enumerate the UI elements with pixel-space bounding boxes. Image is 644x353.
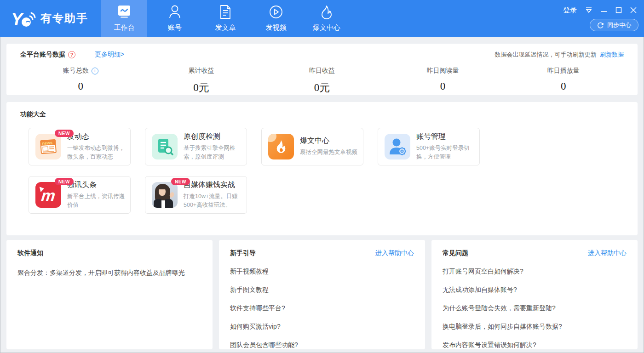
more-details-link[interactable]: 更多明细> — [95, 51, 124, 59]
beginner-guide-panel: 新手引导 进入帮助中心 新手视频教程 新手图文教程 软件支持哪些平台? 如何购买… — [219, 240, 425, 349]
feature-desc: 基于搜索引擎全网检索，原创度评测 — [184, 144, 242, 162]
faq-help-center-link[interactable]: 进入帮助中心 — [588, 249, 627, 257]
stat-yesterday-reads: 昨日阅读量 0 — [382, 66, 503, 95]
duxun-logo-icon: m — [35, 182, 61, 208]
feature-title: 发动态 — [67, 132, 126, 142]
tab-label: 发文章 — [215, 23, 236, 32]
refresh-note: 数据会出现延迟情况，可手动刷新更新 刷新数据 — [494, 51, 624, 59]
stat-value: 0 — [503, 80, 624, 92]
features-panel: 功能大全 NEW news 发动态 — [6, 102, 638, 235]
feature-desc: 一键发布动态到微博，微头条，百家动态 — [67, 144, 126, 162]
feature-desc: 裹括全网最热文章视频 — [300, 148, 357, 157]
document-search-icon — [152, 134, 178, 159]
feature-grid: NEW news 发动态 一键发布动态到微博，微头条，百家动态 — [29, 128, 624, 214]
stat-label: 昨日播放量 — [547, 67, 580, 75]
tab-label: 账号 — [168, 23, 182, 32]
dashboard-icon — [116, 5, 132, 19]
stats-panel: 全平台账号数据 ? 更多明细> 数据会出现延迟情况，可手动刷新更新 刷新数据 账… — [6, 44, 638, 95]
guide-help-center-link[interactable]: 进入帮助中心 — [375, 249, 414, 257]
tab-publish-article[interactable]: 发文章 — [202, 0, 248, 37]
notice-title: 软件通知 — [17, 249, 43, 257]
software-notice-panel: 软件通知 聚合分发：多渠道分发，开启即可获得内容收益及品牌曝光 — [6, 240, 213, 349]
guide-list: 新手视频教程 新手图文教程 软件支持哪些平台? 如何购买激活vip? 团队会员包… — [230, 268, 414, 349]
titlebar-controls: 登录 — [563, 0, 644, 17]
svg-text:news: news — [42, 140, 52, 146]
feature-tile-account-management[interactable]: 账号管理 500+账号实时登录切换，方便管理 — [378, 128, 480, 165]
tab-hot-content[interactable]: 爆文中心 — [304, 0, 350, 37]
feature-title: 原创度检测 — [184, 132, 242, 142]
stat-value: 0元 — [262, 80, 382, 95]
feature-tile-originality-check[interactable]: 原创度检测 基于搜索引擎全网检索，原创度评测 — [145, 128, 247, 165]
tab-label: 工作台 — [114, 23, 135, 32]
feature-tile-media-money-course[interactable]: NEW 自媒体赚钱实战 打造10w+流量。日赚500+高收益玩法。 — [145, 176, 247, 214]
tab-workbench[interactable]: 工作台 — [101, 0, 147, 37]
refresh-data-link[interactable]: 刷新数据 — [600, 51, 624, 58]
logo-yo-icon: Y — [11, 8, 36, 29]
feature-desc: 新平台上线，资讯传递价值 — [67, 192, 126, 210]
faq-item[interactable]: 换电脑登录后，如何同步自媒体账号数据? — [443, 323, 627, 331]
tab-accounts[interactable]: 账号 — [152, 0, 198, 37]
question-circle-icon[interactable]: ? — [68, 51, 75, 58]
stat-yesterday-plays: 昨日播放量 0 — [503, 66, 624, 95]
app-logo: Y 有专助手 — [0, 0, 101, 37]
stat-yesterday-income: 昨日收益 0元 — [262, 66, 382, 95]
faq-item[interactable]: 为什么账号登陆会失效，需要重新登陆? — [443, 304, 627, 313]
guide-item[interactable]: 团队会员包含哪些功能? — [230, 341, 414, 349]
stats-title: 全平台账号数据 — [20, 51, 65, 59]
feature-title: 账号管理 — [416, 132, 475, 142]
notice-content: 聚合分发：多渠道分发，开启即可获得内容收益及品牌曝光 — [17, 269, 201, 277]
features-title: 功能大全 — [20, 110, 624, 119]
stat-label: 累计收益 — [189, 67, 214, 75]
app-window: { "app": { "logo_text": "有专助手", "login_l… — [0, 0, 644, 353]
faq-item[interactable]: 打开账号网页空白如何解决? — [443, 268, 627, 276]
user-gear-icon — [385, 134, 410, 159]
svg-text:Y: Y — [11, 10, 24, 29]
feature-tile-duxun-toutiao[interactable]: NEW m 独讯头条 新平台上线，资讯传递价值 — [29, 176, 131, 214]
guide-item[interactable]: 软件支持哪些平台? — [230, 304, 414, 313]
collapse-tray-icon[interactable] — [585, 7, 592, 13]
login-button[interactable]: 登录 — [563, 6, 577, 15]
guide-item[interactable]: 如何购买激活vip? — [230, 323, 414, 331]
stat-value: 0 — [382, 80, 503, 92]
user-icon — [168, 5, 182, 19]
faq-panel: 常见问题 进入帮助中心 打开账号网页空白如何解决? 无法成功添加自媒体账号? 为… — [431, 240, 638, 349]
sync-center-button[interactable]: 同步中心 — [590, 19, 638, 31]
bottom-panels: 软件通知 聚合分发：多渠道分发，开启即可获得内容收益及品牌曝光 新手引导 进入帮… — [6, 240, 638, 349]
feature-tile-post-moments[interactable]: NEW news 发动态 一键发布动态到微博，微头条，百家动态 — [29, 128, 131, 165]
faq-title: 常见问题 — [443, 249, 468, 257]
stat-value: 0 — [20, 80, 141, 92]
flame-tile-icon — [268, 134, 294, 159]
feature-desc: 打造10w+流量。日赚500+高收益玩法。 — [184, 192, 242, 210]
main-nav: 工作台 账号 发文章 — [101, 0, 354, 37]
stat-total-accounts: 账号总数 + 0 — [20, 66, 141, 95]
new-badge: NEW — [171, 178, 190, 185]
header-bar: Y 有专助手 工作台 — [0, 0, 644, 37]
minimize-button[interactable] — [601, 7, 607, 13]
close-button[interactable] — [630, 7, 637, 13]
feature-title: 独讯头条 — [67, 180, 126, 190]
faq-item[interactable]: 无法成功添加自媒体账号? — [443, 286, 627, 294]
article-icon — [219, 5, 232, 19]
newspaper-icon: news — [35, 134, 61, 159]
refresh-icon — [597, 22, 604, 28]
stat-label: 账号总数 — [63, 67, 89, 75]
feature-desc: 500+账号实时登录切换，方便管理 — [416, 144, 475, 162]
guide-item[interactable]: 新手图文教程 — [230, 286, 414, 294]
maximize-button[interactable] — [615, 7, 622, 13]
guide-item[interactable]: 新手视频教程 — [230, 268, 414, 276]
stat-value: 0元 — [141, 80, 261, 95]
new-badge: NEW — [55, 130, 74, 137]
video-play-icon — [269, 5, 283, 19]
portrait-photo — [152, 182, 178, 208]
faq-list: 打开账号网页空白如何解决? 无法成功添加自媒体账号? 为什么账号登陆会失效，需要… — [443, 268, 627, 349]
feature-tile-hot-content[interactable]: 爆文中心 裹括全网最热文章视频 — [261, 128, 363, 165]
stat-label: 昨日收益 — [309, 67, 335, 75]
tab-publish-video[interactable]: 发视频 — [253, 0, 299, 37]
flame-icon — [320, 5, 334, 19]
stat-total-income: 累计收益 0元 — [141, 66, 261, 95]
stats-header: 全平台账号数据 ? 更多明细> 数据会出现延迟情况，可手动刷新更新 刷新数据 — [20, 51, 624, 59]
tab-label: 爆文中心 — [313, 23, 340, 32]
faq-item[interactable]: 发布内容账号设置错误如何解决? — [443, 341, 627, 349]
add-circle-icon[interactable]: + — [92, 68, 98, 74]
feature-title: 爆文中心 — [300, 136, 357, 146]
